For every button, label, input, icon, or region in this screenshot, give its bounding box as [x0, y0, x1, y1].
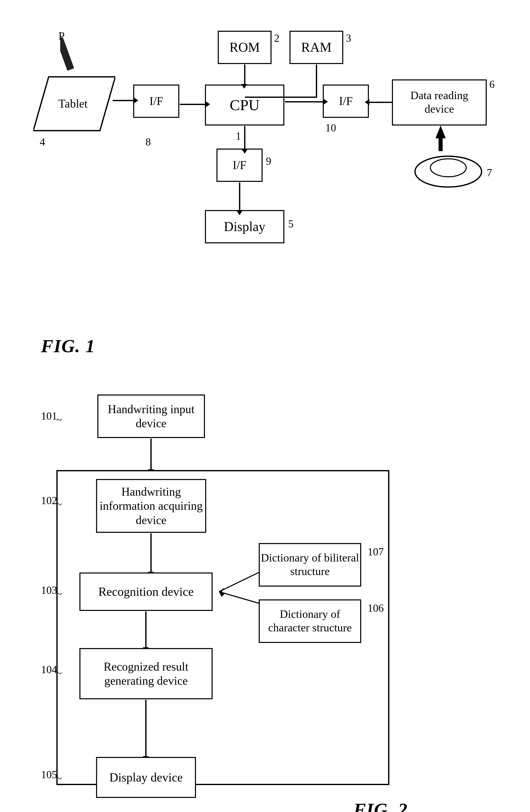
hw-info-box: Handwriting information acquiring device: [96, 479, 206, 533]
tilde-103: ~: [56, 588, 62, 600]
svg-rect-0: [60, 37, 74, 71]
arrow-ram-h: [245, 97, 317, 98]
label-1: 1: [236, 130, 241, 142]
arrow-if-display: [239, 183, 240, 211]
arrow-if-cpu: [180, 104, 205, 105]
disk-icon: [412, 148, 484, 195]
arrow-data-if: [369, 102, 392, 103]
arrow-ram-v: [316, 64, 317, 98]
display-device-box: Display device: [96, 757, 196, 798]
arrow-hw-input-info: [151, 438, 152, 469]
arrow-character-recog: [211, 589, 261, 615]
label-101: 101: [41, 410, 57, 422]
tilde-101: ~: [56, 414, 62, 426]
fig2-label: FIG. 2: [354, 799, 408, 812]
label-106: 106: [368, 602, 384, 614]
fig1-label: FIG. 1: [41, 336, 95, 357]
dict-character-box: Dictionary of character structure: [259, 599, 361, 643]
if-left-box: I/F: [133, 85, 179, 118]
tilde-105: ~: [56, 772, 62, 784]
svg-text:Tablet: Tablet: [58, 97, 88, 110]
arrow-cpu-if-right: [285, 101, 323, 102]
label-10: 10: [325, 122, 336, 134]
tilde-104: ~: [56, 667, 62, 679]
hw-input-box: Handwriting input device: [97, 394, 205, 438]
svg-point-4: [430, 159, 466, 177]
figure-1: FIG. 1 P Tablet 4 8 I/F CPU 1 ROM: [20, 15, 510, 374]
label-102: 102: [41, 494, 57, 507]
label-7: 7: [487, 166, 492, 179]
ram-box: RAM: [289, 31, 343, 64]
arrow-rom-cpu: [244, 64, 245, 85]
label-2: 2: [274, 32, 280, 44]
label-6: 6: [489, 78, 495, 90]
svg-marker-9: [219, 592, 226, 597]
cpu-box: CPU: [205, 85, 284, 126]
arrow-recog-result: [145, 611, 146, 647]
dict-biliteral-box: Dictionary of biliteral structure: [259, 543, 361, 586]
rom-box: ROM: [218, 31, 272, 64]
svg-line-6: [219, 572, 259, 592]
svg-marker-5: [435, 126, 446, 151]
if-right-box: I/F: [323, 85, 369, 118]
recognition-box: Recognition device: [80, 572, 213, 611]
arrow-info-recog: [151, 533, 152, 572]
recog-result-box: Recognized result generating device: [80, 648, 213, 699]
label-107: 107: [368, 546, 384, 558]
pen-icon: [60, 36, 83, 77]
tilde-102: ~: [56, 498, 62, 510]
label-8: 8: [145, 136, 151, 148]
label-105: 105: [41, 768, 57, 781]
page: FIG. 1 P Tablet 4 8 I/F CPU 1 ROM: [0, 0, 530, 812]
label-3: 3: [346, 32, 351, 44]
label-103: 103: [41, 584, 57, 596]
display-box: Display: [205, 210, 284, 243]
arrow-tablet-if: [113, 100, 134, 101]
if-bottom-box: I/F: [216, 148, 262, 182]
label-4: 4: [40, 136, 45, 148]
label-104: 104: [41, 664, 57, 676]
data-reading-box: Data reading device: [392, 79, 487, 126]
figure-2: FIG. 2 Handwriting input device 101 ~ Ha…: [20, 394, 510, 812]
tablet-shape: Tablet: [33, 74, 115, 133]
arrow-cpu-if-bottom: [244, 126, 245, 149]
label-9: 9: [266, 155, 271, 167]
label-5: 5: [288, 218, 293, 230]
arrow-result-display: [145, 700, 146, 756]
arrow-disk-data: [433, 126, 448, 151]
arrowhead-rom-cpu: [241, 84, 247, 89]
